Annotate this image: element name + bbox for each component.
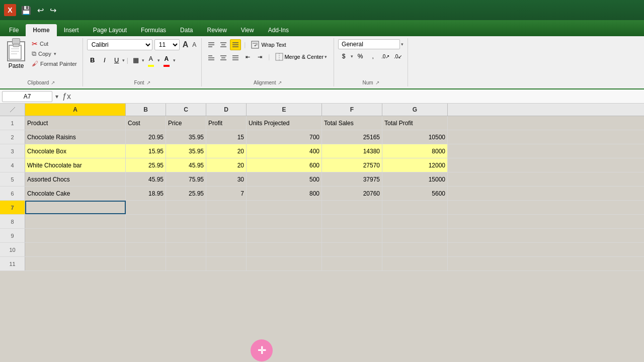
fill-dropdown[interactable]: ▾ [157, 58, 160, 63]
list-item[interactable] [126, 243, 166, 256]
list-item[interactable] [25, 243, 126, 256]
list-item[interactable]: 5600 [382, 187, 448, 200]
list-item[interactable] [166, 257, 206, 270]
col-header-D[interactable]: D [206, 104, 247, 116]
list-item[interactable]: Chocolate Cake [25, 187, 126, 200]
row-number[interactable]: 8 [0, 215, 25, 228]
cut-button[interactable]: ✂ Cut [30, 39, 78, 48]
row-number[interactable]: 2 [0, 130, 25, 144]
list-item[interactable] [25, 201, 126, 214]
list-item[interactable] [322, 257, 382, 270]
row-number[interactable]: 9 [0, 229, 25, 242]
copy-button[interactable]: ⧉ Copy ▾ [30, 49, 78, 58]
list-item[interactable] [322, 201, 382, 214]
col-header-A[interactable]: A [25, 104, 126, 116]
list-item[interactable]: Total Sales [322, 116, 382, 130]
list-item[interactable] [206, 229, 247, 242]
list-item[interactable]: Price [166, 116, 206, 130]
copy-dropdown[interactable]: ▾ [54, 51, 56, 56]
align-top-right-button[interactable] [230, 39, 241, 50]
align-bottom-right-button[interactable] [230, 51, 241, 62]
percent-button[interactable]: % [355, 51, 366, 62]
list-item[interactable]: 500 [247, 172, 322, 186]
bold-button[interactable]: B [87, 55, 98, 66]
font-color-dropdown[interactable]: ▾ [173, 58, 176, 63]
align-top-center-button[interactable] [218, 39, 229, 50]
list-item[interactable] [25, 215, 126, 228]
list-item[interactable]: 35.95 [166, 130, 206, 144]
merge-dropdown[interactable]: ▾ [325, 54, 327, 59]
name-box-dropdown[interactable]: ▾ [55, 93, 58, 100]
comma-button[interactable]: , [367, 51, 378, 62]
row-number[interactable]: 10 [0, 243, 25, 256]
list-item[interactable]: 12000 [382, 158, 448, 172]
list-item[interactable]: 18.95 [126, 187, 166, 200]
list-item[interactable]: 20.95 [126, 130, 166, 144]
list-item[interactable] [166, 229, 206, 242]
format-painter-button[interactable]: 🖌 Format Painter [30, 59, 78, 68]
tab-data[interactable]: Data [173, 24, 200, 36]
row-number[interactable]: 11 [0, 257, 25, 270]
list-item[interactable] [247, 201, 322, 214]
tab-insert[interactable]: Insert [57, 24, 86, 36]
col-header-F[interactable]: F [322, 104, 382, 116]
list-item[interactable]: 20 [206, 144, 247, 158]
list-item[interactable] [25, 229, 126, 242]
list-item[interactable] [206, 257, 247, 270]
font-family-select[interactable]: Calibri [87, 39, 152, 50]
indent-increase-button[interactable]: ⇥ [254, 51, 265, 62]
list-item[interactable] [247, 243, 322, 256]
list-item[interactable]: 30 [206, 172, 247, 186]
underline-dropdown[interactable]: ▾ [122, 58, 125, 63]
list-item[interactable] [247, 215, 322, 228]
italic-button[interactable]: I [99, 55, 110, 66]
list-item[interactable] [206, 215, 247, 228]
list-item[interactable] [382, 243, 448, 256]
list-item[interactable]: 20760 [322, 187, 382, 200]
border-dropdown[interactable]: ▾ [142, 58, 144, 63]
row-number[interactable]: 6 [0, 187, 25, 200]
paste-button[interactable]: Paste [4, 39, 28, 71]
list-item[interactable]: Assorted Chocs [25, 172, 126, 186]
tab-add-ins[interactable]: Add-Ins [261, 24, 296, 36]
font-color-button[interactable]: A [161, 53, 172, 64]
list-item[interactable]: 75.95 [166, 172, 206, 186]
col-header-G[interactable]: G [382, 104, 448, 116]
align-bottom-left-button[interactable] [206, 51, 217, 62]
list-item[interactable]: 45.95 [126, 172, 166, 186]
font-shrink-button[interactable]: A [191, 41, 197, 48]
list-item[interactable]: 700 [247, 130, 322, 144]
merge-center-button[interactable]: Merge & Center ▾ [273, 51, 330, 62]
decrease-decimal-button[interactable]: .0↙ [392, 51, 404, 62]
list-item[interactable] [247, 257, 322, 270]
list-item[interactable] [382, 229, 448, 242]
tab-formulas[interactable]: Formulas [134, 24, 173, 36]
list-item[interactable] [322, 243, 382, 256]
list-item[interactable] [322, 229, 382, 242]
tab-page-layout[interactable]: Page Layout [86, 24, 134, 36]
list-item[interactable]: 800 [247, 187, 322, 200]
list-item[interactable]: 15.95 [126, 144, 166, 158]
list-item[interactable]: Total Profit [382, 116, 448, 130]
row-number[interactable]: 3 [0, 144, 25, 158]
list-item[interactable] [126, 257, 166, 270]
list-item[interactable]: 35.95 [166, 144, 206, 158]
tab-home[interactable]: Home [26, 24, 56, 36]
font-expand-icon[interactable]: ↗ [146, 80, 150, 85]
list-item[interactable]: 27570 [322, 158, 382, 172]
save-icon[interactable]: 💾 [19, 5, 33, 16]
list-item[interactable]: 600 [247, 158, 322, 172]
list-item[interactable]: White Chocolate bar [25, 158, 126, 172]
tab-review[interactable]: Review [200, 24, 233, 36]
list-item[interactable] [206, 201, 247, 214]
border-button[interactable]: ▦ [130, 55, 141, 66]
list-item[interactable]: 8000 [382, 144, 448, 158]
list-item[interactable]: 20 [206, 158, 247, 172]
undo-icon[interactable]: ↩ [35, 5, 46, 16]
list-item[interactable]: Chocolate Box [25, 144, 126, 158]
function-wizard-icon[interactable]: ƒx [60, 92, 73, 101]
list-item[interactable]: 25.95 [166, 187, 206, 200]
number-format-dropdown[interactable]: ▾ [401, 42, 404, 47]
list-item[interactable]: 25165 [322, 130, 382, 144]
list-item[interactable] [382, 257, 448, 270]
